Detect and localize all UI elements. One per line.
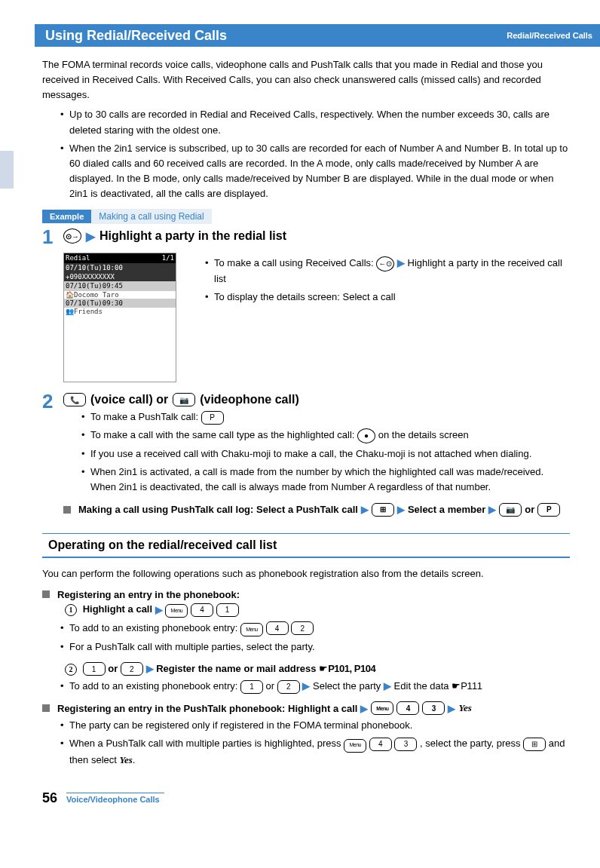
yes-label: Yes — [458, 702, 471, 714]
page-subtitle: Redial/Received Calls — [507, 31, 592, 40]
step-1: 1 ⊙→ ▶ Highlight a party in the redial l… — [42, 229, 570, 247]
note: For a PushTalk call with multiple partie… — [60, 639, 570, 655]
note: To make a PushTalk call: P — [81, 409, 570, 425]
circled-number-icon: 2 — [65, 664, 77, 676]
step-1-title: Highlight a party in the redial list — [99, 229, 286, 243]
video-key-icon: 📷 — [173, 393, 195, 406]
call-key-icon: 📞 — [63, 393, 86, 406]
title-bar: Using Redial/Received Calls Redial/Recei… — [35, 24, 600, 47]
note: To make a call using Received Calls: ←⊙ … — [205, 256, 570, 287]
section-heading: Operating on the redial/received call li… — [42, 533, 570, 558]
digit-1-key-icon: 1 — [240, 680, 263, 694]
example-row: Example Making a call using Redial — [42, 209, 570, 224]
note: To add to an existing phonebook entry: M… — [60, 621, 570, 636]
arrow-icon: ▶ — [397, 257, 405, 268]
digit-2-key-icon: 2 — [121, 662, 143, 676]
arrow-icon: ▶ — [361, 504, 369, 515]
digit-3-key-icon: 3 — [422, 701, 445, 715]
mock-row: +090XXXXXXXX — [64, 272, 176, 281]
screen-mockup: Redial 1/1 07/10(Tu)10:00 +090XXXXXXXX 0… — [63, 253, 176, 382]
note: If you use a received call with Chaku-mo… — [81, 446, 570, 462]
arrow-icon: ▶ — [448, 703, 455, 714]
step-number: 1 — [42, 227, 63, 247]
arrow-icon: ▶ — [488, 504, 496, 515]
page-title: Using Redial/Received Calls — [45, 28, 227, 44]
note: When a PushTalk call with multiple parti… — [60, 736, 570, 768]
note: The party can be registered only if regi… — [60, 718, 570, 733]
section-intro: You can perform the following operations… — [42, 568, 570, 579]
menu-key-icon: Menu — [371, 701, 393, 715]
step-number: 2 — [42, 391, 63, 411]
digit-4-key-icon: 4 — [396, 701, 419, 715]
circled-number-icon: 1 — [65, 604, 77, 616]
arrow-icon: ▶ — [146, 663, 154, 674]
substep-a-notes: To add to an existing phonebook entry: M… — [42, 621, 570, 655]
side-tab — [0, 151, 14, 189]
mock-row: 07/10(Tu)09:45 — [64, 281, 176, 290]
note: When 2in1 is activated, a call is made f… — [81, 465, 570, 495]
note: To display the details screen: Select a … — [205, 290, 570, 305]
menu-key-icon: Menu — [240, 623, 263, 636]
text: (videophone call) — [200, 393, 299, 406]
mock-row: 🏠Docomo Taro — [64, 291, 176, 299]
square-bullet-icon — [63, 506, 71, 514]
intro-bullet: When the 2in1 service is subscribed, up … — [60, 141, 570, 202]
menu-key-icon: ⊞ — [523, 738, 546, 751]
note: To add to an existing phonebook entry: 1… — [60, 679, 570, 694]
arrow-icon: ▶ — [86, 229, 95, 244]
intro-bullets: Up to 30 calls are recorded in Redial an… — [42, 107, 570, 201]
substep-b-notes: To add to an existing phonebook entry: 1… — [42, 679, 570, 694]
video-key-icon: 📷 — [499, 503, 522, 517]
substep-a: 1 Highlight a call ▶ Menu 4 1 — [65, 603, 570, 618]
step-1-notes: To make a call using Received Calls: ←⊙ … — [187, 256, 570, 305]
pushtalk-notes: The party can be registered only if regi… — [42, 718, 570, 768]
arrow-icon: ▶ — [384, 680, 391, 692]
ptt-key-icon: P — [537, 503, 560, 517]
footer-title: Voice/Videophone Calls — [66, 793, 164, 804]
square-bullet-icon — [42, 704, 50, 712]
mock-title: Redial — [66, 254, 90, 262]
example-text: Making a call using Redial — [91, 209, 211, 224]
note: To make a call with the same call type a… — [81, 428, 570, 443]
menu-key-icon: ⊞ — [372, 503, 394, 517]
intro-bullet: Up to 30 calls are recorded in Redial an… — [60, 107, 570, 137]
digit-1-key-icon: 1 — [216, 603, 239, 617]
arrow-icon: ▶ — [155, 603, 163, 615]
digit-3-key-icon: 3 — [394, 738, 417, 751]
step-2-notes: To make a PushTalk call: P To make a cal… — [63, 409, 570, 495]
page-footer: 56 Voice/Videophone Calls — [42, 790, 570, 814]
digit-1-key-icon: 1 — [83, 662, 106, 676]
step-1-heading: ⊙→ ▶ Highlight a party in the redial lis… — [63, 229, 570, 244]
ptt-key-icon: P — [201, 411, 224, 425]
multi-key-icon: ⊙→ — [63, 229, 81, 244]
step-2: 2 📞 (voice call) or 📷 (videophone call) … — [42, 393, 570, 519]
mock-page: 1/1 — [162, 254, 174, 262]
digit-4-key-icon: 4 — [369, 738, 392, 751]
intro-text: The FOMA terminal records voice calls, v… — [42, 57, 570, 103]
substep-b: 2 1 or 2 ▶ Register the name or mail add… — [65, 662, 570, 676]
multi-key-icon: ←⊙ — [376, 256, 394, 271]
example-badge: Example — [42, 210, 91, 223]
arrow-icon: ▶ — [360, 703, 368, 714]
menu-key-icon: Menu — [165, 604, 188, 618]
center-key-icon: ● — [357, 428, 375, 443]
arrow-icon: ▶ — [302, 680, 310, 692]
digit-4-key-icon: 4 — [191, 603, 213, 617]
yes-label: Yes — [120, 754, 133, 765]
step-1-content: Redial 1/1 07/10(Tu)10:00 +090XXXXXXXX 0… — [63, 253, 570, 382]
step-2-heading: 📞 (voice call) or 📷 (videophone call) — [63, 393, 570, 406]
digit-4-key-icon: 4 — [266, 621, 289, 635]
text: (voice call) or — [90, 393, 168, 406]
reference-icon: ☛ — [452, 680, 461, 692]
square-bullet-icon — [42, 590, 50, 598]
digit-2-key-icon: 2 — [277, 680, 300, 694]
mock-row: 07/10(Tu)10:00 — [64, 263, 176, 272]
page-number: 56 — [42, 790, 57, 806]
register-pushtalk-heading: Registering an entry in the PushTalk pho… — [42, 701, 570, 715]
mock-row: 👥Friends — [64, 308, 176, 315]
pushtalk-log-line: Making a call using PushTalk call log: S… — [63, 503, 570, 517]
digit-2-key-icon: 2 — [291, 621, 314, 635]
reference-icon: ☛ — [319, 663, 328, 674]
arrow-icon: ▶ — [397, 504, 405, 515]
menu-key-icon: Menu — [344, 739, 366, 753]
